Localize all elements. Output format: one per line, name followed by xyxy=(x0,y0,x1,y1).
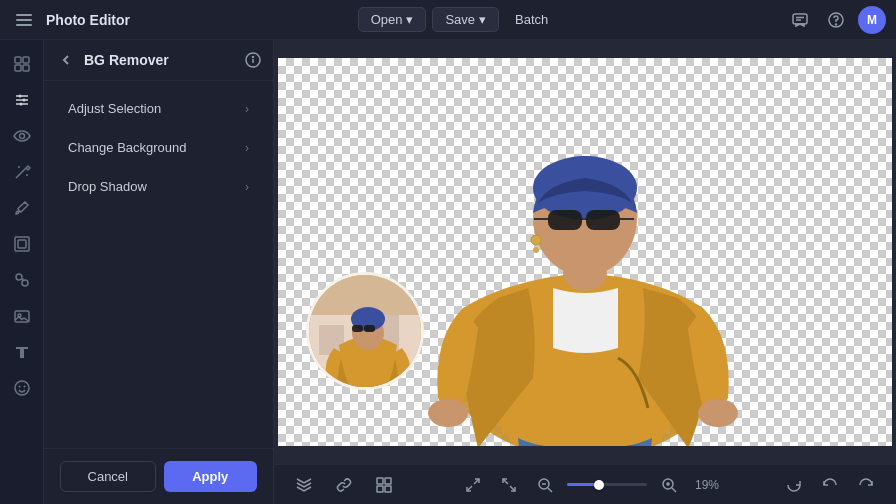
zoom-in-button[interactable] xyxy=(655,471,683,499)
svg-rect-37 xyxy=(548,210,582,230)
svg-rect-8 xyxy=(15,57,21,63)
svg-point-7 xyxy=(835,24,836,25)
canvas-viewport[interactable] xyxy=(274,40,896,464)
adjust-sidebar-icon[interactable] xyxy=(6,84,38,116)
svg-point-16 xyxy=(22,99,25,102)
brush-sidebar-icon[interactable] xyxy=(6,192,38,224)
canvas-container xyxy=(278,58,892,446)
topbar: Photo Editor Open ▾ Save ▾ Batch xyxy=(0,0,896,40)
menu-button[interactable] xyxy=(10,6,38,34)
sticker-sidebar-icon[interactable] xyxy=(6,372,38,404)
panel-actions: Cancel Apply xyxy=(44,448,273,504)
bottom-left xyxy=(290,471,398,499)
svg-point-17 xyxy=(19,103,22,106)
panel-header: BG Remover xyxy=(44,40,273,81)
drop-shadow-option[interactable]: Drop Shadow › xyxy=(52,169,265,204)
open-button[interactable]: Open ▾ xyxy=(358,7,427,32)
avatar[interactable]: M xyxy=(858,6,886,34)
svg-point-23 xyxy=(16,274,22,280)
svg-rect-22 xyxy=(18,240,26,248)
help-button[interactable] xyxy=(822,6,850,34)
back-button[interactable] xyxy=(56,50,76,70)
svg-point-18 xyxy=(19,134,24,139)
info-button[interactable] xyxy=(245,52,261,68)
zoom-slider[interactable] xyxy=(567,483,647,486)
svg-point-20 xyxy=(26,174,28,176)
bottom-center: 19% xyxy=(459,471,719,499)
objects-sidebar-icon[interactable] xyxy=(6,264,38,296)
svg-rect-53 xyxy=(352,325,363,332)
zoom-percent: 19% xyxy=(691,478,719,492)
adjust-selection-option[interactable]: Adjust Selection › xyxy=(52,91,265,126)
apply-button[interactable]: Apply xyxy=(164,461,258,492)
layers-bottom-button[interactable] xyxy=(290,471,318,499)
feedback-button[interactable] xyxy=(786,6,814,34)
svg-point-32 xyxy=(253,57,254,58)
fit-button[interactable] xyxy=(495,471,523,499)
batch-button[interactable]: Batch xyxy=(505,8,558,31)
icon-sidebar xyxy=(0,40,44,504)
svg-rect-38 xyxy=(586,210,620,230)
svg-point-43 xyxy=(533,247,539,253)
topbar-right: M xyxy=(786,6,886,34)
svg-point-29 xyxy=(23,386,25,388)
topbar-center: Open ▾ Save ▾ Batch xyxy=(358,7,559,32)
svg-rect-56 xyxy=(385,478,391,484)
link-bottom-button[interactable] xyxy=(330,471,358,499)
adjust-selection-arrow: › xyxy=(245,102,249,116)
change-background-option[interactable]: Change Background › xyxy=(52,130,265,165)
thumbnail-overlay xyxy=(306,272,424,390)
magic-sidebar-icon[interactable] xyxy=(6,156,38,188)
open-label: Open xyxy=(371,12,403,27)
svg-rect-58 xyxy=(385,486,391,492)
redo-button[interactable] xyxy=(852,471,880,499)
svg-point-28 xyxy=(18,386,20,388)
refresh-button[interactable] xyxy=(780,471,808,499)
svg-line-69 xyxy=(672,488,676,492)
main-area: BG Remover Adjust Selection › Change Bac… xyxy=(0,40,896,504)
home-sidebar-icon[interactable] xyxy=(6,48,38,80)
cancel-button[interactable]: Cancel xyxy=(60,461,156,492)
change-background-label: Change Background xyxy=(68,140,187,155)
drop-shadow-label: Drop Shadow xyxy=(68,179,147,194)
zoom-out-button[interactable] xyxy=(531,471,559,499)
svg-rect-57 xyxy=(377,486,383,492)
text-sidebar-icon[interactable] xyxy=(6,336,38,368)
svg-point-27 xyxy=(15,381,29,395)
photo-sidebar-icon[interactable] xyxy=(6,300,38,332)
svg-rect-0 xyxy=(16,14,32,16)
bottom-right xyxy=(780,471,880,499)
save-button[interactable]: Save ▾ xyxy=(432,7,499,32)
change-background-arrow: › xyxy=(245,141,249,155)
save-label: Save xyxy=(445,12,475,27)
undo-button[interactable] xyxy=(816,471,844,499)
svg-rect-9 xyxy=(23,57,29,63)
svg-point-15 xyxy=(18,95,21,98)
svg-point-45 xyxy=(698,399,738,427)
svg-rect-11 xyxy=(23,65,29,71)
panel-options: Adjust Selection › Change Background › D… xyxy=(44,81,273,448)
svg-point-24 xyxy=(22,280,28,286)
open-chevron: ▾ xyxy=(406,12,413,27)
panel-title: BG Remover xyxy=(84,52,237,68)
svg-line-65 xyxy=(548,488,552,492)
grid-bottom-button[interactable] xyxy=(370,471,398,499)
drop-shadow-arrow: › xyxy=(245,180,249,194)
svg-rect-21 xyxy=(15,237,29,251)
tool-panel: BG Remover Adjust Selection › Change Bac… xyxy=(44,40,274,504)
canvas-area: 19% xyxy=(274,40,896,504)
eye-sidebar-icon[interactable] xyxy=(6,120,38,152)
app-title: Photo Editor xyxy=(46,12,130,28)
svg-point-42 xyxy=(531,235,541,245)
expand-button[interactable] xyxy=(459,471,487,499)
svg-rect-2 xyxy=(16,24,32,26)
svg-rect-1 xyxy=(16,19,32,21)
frame-sidebar-icon[interactable] xyxy=(6,228,38,260)
svg-rect-55 xyxy=(377,478,383,484)
zoom-slider-thumb xyxy=(594,480,604,490)
svg-point-19 xyxy=(18,166,20,168)
topbar-left: Photo Editor xyxy=(10,6,130,34)
svg-rect-54 xyxy=(364,325,375,332)
save-chevron: ▾ xyxy=(479,12,486,27)
svg-point-44 xyxy=(428,399,468,427)
